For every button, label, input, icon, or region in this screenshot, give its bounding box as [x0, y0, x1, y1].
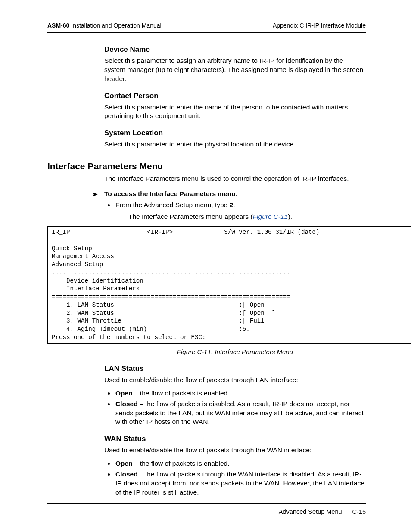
heading-contact-person: Contact Person — [104, 91, 366, 101]
header-right: Appendix C IR-IP Interface Module — [273, 22, 366, 30]
footer-page-number: C-15 — [352, 508, 366, 516]
step-key: 2 — [230, 201, 234, 208]
paragraph: Select this parameter to enter the name … — [104, 103, 366, 121]
figure-caption: Figure C-11. Interface Parameters Menu — [47, 348, 411, 356]
heading-wan-status: WAN Status — [104, 434, 366, 444]
list-item: Open – the flow of packets is enabled. — [115, 389, 366, 398]
running-footer: Advanced Setup Menu C-15 — [47, 503, 366, 516]
list-item: From the Advanced Setup menu, type 2. — [115, 201, 366, 210]
procedure-title-text: To access the Interface Parameters menu: — [104, 190, 238, 197]
procedure-result: The Interface Parameters menu appears (F… — [128, 212, 366, 221]
procedure-title: To access the Interface Parameters menu: — [104, 190, 366, 199]
wan-status-list: Open – the flow of packets is enabled. C… — [115, 459, 366, 497]
term-closed: Closed — [115, 470, 138, 478]
term-open-desc: – the flow of packets is enabled. — [133, 389, 230, 397]
step-text: From the Advanced Setup menu, type — [115, 201, 230, 208]
paragraph: Used to enable/disable the flow of packe… — [104, 376, 366, 385]
procedure-steps: From the Advanced Setup menu, type 2. — [115, 201, 366, 210]
heading-device-name: Device Name — [104, 45, 366, 55]
paragraph: Select this parameter to assign an arbit… — [104, 56, 366, 84]
term-closed-desc: – the flow of packets through the WAN in… — [115, 470, 364, 496]
terminal-container: IR_IP <IR-IP> S/W Ver. 1.00 31/IR (date)… — [47, 226, 411, 344]
paragraph: Used to enable/disable the flow of packe… — [104, 446, 366, 455]
heading-system-location: System Location — [104, 128, 366, 138]
result-prefix: The Interface Parameters menu appears ( — [128, 213, 253, 220]
list-item: Closed – the flow of packets is disabled… — [115, 400, 366, 427]
list-item: Closed – the flow of packets through the… — [115, 470, 366, 497]
term-closed: Closed — [115, 400, 138, 408]
footer-section: Advanced Setup Menu — [279, 508, 342, 516]
term-open-desc: – the flow of packets is enabled. — [133, 460, 230, 467]
page: ASM-60 Installation and Operation Manual… — [0, 0, 411, 532]
term-open: Open — [115, 389, 133, 397]
heading-interface-parameters-menu: Interface Parameters Menu — [47, 160, 366, 172]
figure-link[interactable]: Figure C-11 — [253, 213, 288, 220]
product-code: ASM-60 — [47, 22, 69, 29]
result-suffix: ). — [288, 213, 292, 220]
header-left: ASM-60 Installation and Operation Manual — [47, 22, 162, 30]
step-suffix: . — [233, 201, 235, 208]
heading-lan-status: LAN Status — [104, 364, 366, 374]
doc-title: Installation and Operation Manual — [71, 22, 161, 29]
list-item: Open – the flow of packets is enabled. — [115, 459, 366, 468]
lan-status-list: Open – the flow of packets is enabled. C… — [115, 389, 366, 427]
running-header: ASM-60 Installation and Operation Manual… — [47, 22, 366, 33]
paragraph: Select this parameter to enter the physi… — [104, 140, 366, 149]
content-column: Device Name Select this parameter to ass… — [104, 45, 366, 497]
terminal-screen: IR_IP <IR-IP> S/W Ver. 1.00 31/IR (date)… — [47, 226, 411, 344]
term-closed-desc: – the flow of packets is disabled. As a … — [115, 400, 364, 426]
term-open: Open — [115, 460, 133, 467]
paragraph: The Interface Parameters menu is used to… — [104, 174, 366, 184]
